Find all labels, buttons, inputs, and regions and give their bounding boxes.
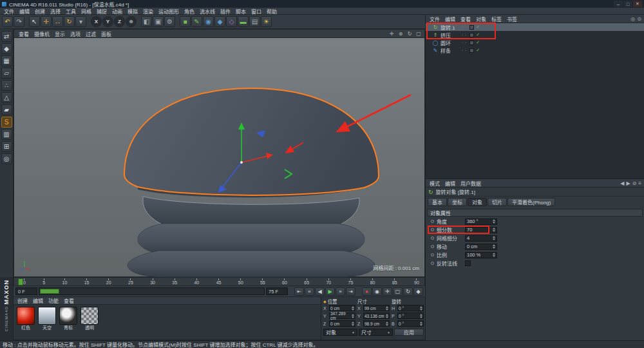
object-name[interactable]: 旋转.1 <box>440 24 460 31</box>
record-position-button[interactable]: ✛ <box>383 287 392 296</box>
layer-chip-icon[interactable] <box>469 33 474 37</box>
attribute-tab[interactable]: 平滑着色(Phong) <box>507 198 555 206</box>
animation-dot-icon[interactable] <box>431 228 434 231</box>
edges-mode-icon[interactable]: △ <box>1 92 12 103</box>
undo-icon[interactable]: ↶ <box>2 16 13 27</box>
record-keyframe-button[interactable]: ● <box>362 287 372 296</box>
layer-chip-icon[interactable] <box>469 48 474 53</box>
stepper-icon[interactable] <box>386 306 388 311</box>
object-mode-dropdown[interactable]: 对象▼ <box>323 329 357 336</box>
timeline-range-slider[interactable] <box>39 287 265 295</box>
property-value-field[interactable]: 70 <box>465 227 497 233</box>
position-value-field[interactable]: 0 cm <box>329 320 355 327</box>
object-manager-menu-item[interactable]: 文件 <box>427 15 442 23</box>
scale-tool-icon[interactable]: ↔ <box>52 16 63 27</box>
goto-start-button[interactable]: ⇤ <box>294 287 304 296</box>
rotate-tool-icon[interactable]: ↻ <box>64 16 75 27</box>
size-value-field[interactable]: 43.136 cm <box>363 313 390 319</box>
record-scale-button[interactable]: ▢ <box>393 287 402 296</box>
object-name[interactable]: 挤压 <box>440 32 460 39</box>
material-menu-item[interactable]: 创建 <box>15 297 30 304</box>
object-manager-menu-item[interactable]: 查看 <box>458 15 473 23</box>
last-tool-icon[interactable]: ▾ <box>75 16 86 27</box>
viewport-zoom-icon[interactable]: ⊕ <box>397 30 404 37</box>
attribute-menu-item[interactable]: 用户数据 <box>458 180 484 187</box>
rotation-value-field[interactable]: 0 ° <box>397 320 424 327</box>
maximize-button[interactable]: □ <box>623 1 632 7</box>
stepper-icon[interactable] <box>420 314 422 318</box>
autokey-button[interactable]: ◉ <box>372 287 382 296</box>
position-value-field[interactable]: 0 cm <box>329 305 355 311</box>
close-button[interactable]: ✕ <box>633 1 642 7</box>
object-item[interactable]: ✎ 样条 ·· ✓ <box>426 46 644 54</box>
generator-menu[interactable]: ◉ <box>203 16 214 27</box>
menu-item[interactable]: 工具 <box>63 8 79 15</box>
material-menu-item[interactable]: 功能 <box>46 297 61 304</box>
toolbar-separator[interactable] <box>25 16 28 27</box>
stepper-icon[interactable] <box>352 322 354 326</box>
viewport-menu-item[interactable]: 摄像机 <box>32 30 52 37</box>
object-item[interactable]: ↻ 旋转.1 ·· ✓ <box>426 23 644 31</box>
size-mode-dropdown[interactable]: 尺寸▼ <box>359 329 393 336</box>
menu-item[interactable]: 选择 <box>48 8 63 15</box>
points-mode-icon[interactable]: ∴ <box>1 80 12 91</box>
modeling-menu[interactable]: ◆ <box>214 16 225 27</box>
menu-item[interactable]: 插件 <box>218 8 233 15</box>
spline-pen-menu[interactable]: ✎ <box>191 16 202 27</box>
animation-dot-icon[interactable] <box>431 220 434 223</box>
enabled-check-icon[interactable]: ✓ <box>476 24 480 30</box>
toolbar-separator[interactable] <box>137 16 140 27</box>
enabled-check-icon[interactable]: ✓ <box>476 48 480 53</box>
toolbar-separator[interactable] <box>87 16 90 27</box>
viewport-menu-item[interactable]: 面板 <box>99 30 114 37</box>
timeline-ruler[interactable]: 051015202530354045505560657075808590 <box>14 277 425 286</box>
move-tool-icon[interactable]: ✛ <box>41 16 52 27</box>
object-name[interactable]: 圆环 <box>440 39 460 46</box>
menu-item[interactable]: 角色 <box>182 8 197 15</box>
menu-item[interactable]: 文件 <box>1 8 17 15</box>
render-picture-viewer-button[interactable]: ▣ <box>153 16 164 27</box>
next-frame-button[interactable]: » <box>336 287 345 296</box>
stepper-icon[interactable] <box>493 244 495 249</box>
viewport-rotate-icon[interactable]: ↻ <box>406 30 413 37</box>
menu-item[interactable]: 捕捉 <box>94 8 109 15</box>
om-search-icon[interactable]: ◎ <box>630 16 635 22</box>
visibility-dots-icon[interactable]: ·· <box>462 48 468 53</box>
menu-item[interactable]: 流水线 <box>197 8 218 15</box>
menu-item[interactable]: 帮助 <box>264 8 279 15</box>
material-item[interactable]: 天空 <box>37 307 57 331</box>
animation-dot-icon[interactable] <box>431 237 434 240</box>
menu-item[interactable]: 渲染 <box>140 8 156 15</box>
animation-dot-icon[interactable] <box>431 245 434 248</box>
rotation-value-field[interactable]: 0 ° <box>397 313 424 319</box>
property-value-field[interactable]: 360 ° <box>465 218 497 225</box>
previous-key-button[interactable]: « <box>305 287 314 296</box>
previous-frame-button[interactable]: ◀ <box>315 287 325 296</box>
object-manager-menu-item[interactable]: 书签 <box>504 15 520 23</box>
stepper-icon[interactable] <box>493 236 495 240</box>
menu-item[interactable]: 创建 <box>32 8 48 15</box>
primitive-cube-menu[interactable]: ■ <box>180 16 191 27</box>
layer-chip-icon[interactable] <box>469 25 474 30</box>
viewport-menu-item[interactable]: 选项 <box>68 30 83 37</box>
size-value-field[interactable]: 98.9 cm <box>363 320 390 327</box>
object-item[interactable]: ⇑ 挤压 ·· ✓ <box>426 31 644 39</box>
rotation-value-field[interactable]: 0 ° <box>397 305 424 311</box>
environment-menu[interactable]: ▬ <box>238 16 249 27</box>
menu-item[interactable]: 脚本 <box>233 8 249 15</box>
stepper-icon[interactable] <box>352 306 354 311</box>
attribute-tab[interactable]: 切片 <box>488 198 507 206</box>
om-target-icon[interactable]: ⊙ <box>637 16 641 22</box>
stepper-icon[interactable] <box>493 219 495 224</box>
menu-item[interactable]: 动画 <box>109 8 125 15</box>
minimize-button[interactable]: – <box>614 1 623 7</box>
attribute-tab[interactable]: 坐标 <box>448 198 467 206</box>
render-settings-button[interactable]: ⚙ <box>164 16 175 27</box>
size-value-field[interactable]: 99 cm <box>363 305 390 311</box>
timeline-playhead[interactable] <box>18 278 23 285</box>
model-mode-icon[interactable]: ◆ <box>1 43 12 54</box>
property-checkbox[interactable] <box>465 260 471 266</box>
locked-workplane-icon[interactable]: ⊞ <box>1 141 12 152</box>
stepper-icon[interactable] <box>420 322 422 326</box>
camera-menu[interactable]: ▤ <box>249 16 260 27</box>
